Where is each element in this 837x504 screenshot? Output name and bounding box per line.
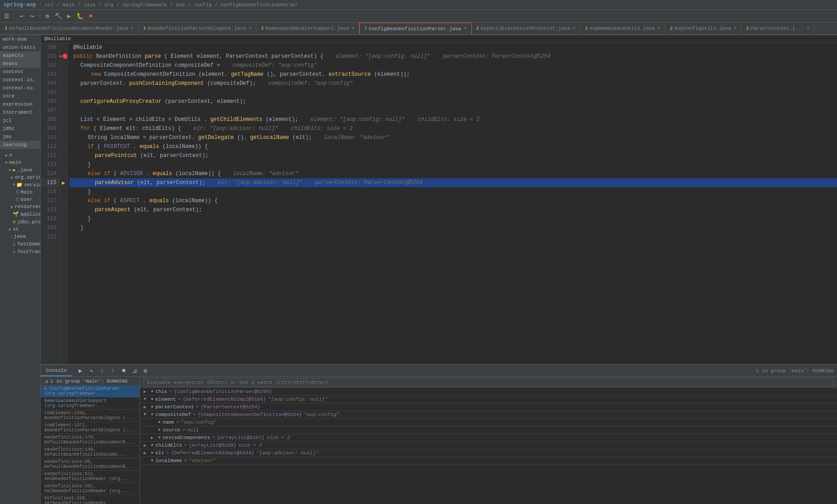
stack-item-5[interactable]: eanDefinitions:149, DefaultBeanDefinitio… [41,446,140,458]
tree-item-applicationContext[interactable]: 🌱 applicationConte... [4,210,40,218]
tab-ParserContext[interactable]: J ParserContext.j... × [741,23,814,34]
code-content[interactable]: @Nullable public BeanDefinition parse ( … [68,43,837,364]
tab-AopConfigUtils[interactable]: J AopConfigUtils.java × [665,23,741,34]
tab-close-icon[interactable]: × [807,26,809,31]
var-row-element[interactable]: ▼ ● element = {DeferredElementNSImpl@518… [140,396,837,403]
code-line-105 [70,88,837,97]
menu-button[interactable]: ☰ [2,11,12,21]
debug-button[interactable]: 🐛 [75,11,85,21]
tab-close-icon[interactable]: × [464,26,466,31]
step-over-button[interactable]: ↷ [87,366,96,375]
sidebar-item-jcl[interactable]: jcl [0,116,40,125]
var-row-parserContext[interactable]: ▶ ● parserContext = {ParserContext@5254} [140,403,837,411]
tree-item-java[interactable]: ▶ ▶ .java [4,166,40,174]
stack-item-7[interactable]: eanDefinitions:511, XmlBeanDefinitionRea… [41,471,140,483]
var-row-elt[interactable]: ▶ ● elt = {DeferredElementNSImpl@5434} "… [140,449,837,457]
tree-item-user-class[interactable]: C User [4,196,40,203]
sidebar-item-expression[interactable]: expression [0,100,40,108]
build-button[interactable]: 🔨 [53,11,63,21]
tree-item-testtransaction[interactable]: ☕ TestTransaction [4,248,40,255]
sidebar-item-beans[interactable]: beans [0,60,40,68]
java-icon: J [364,26,367,31]
tree-item-testdemo[interactable]: ☕ TestDemo [4,240,40,248]
tab-close-icon[interactable]: × [734,26,736,31]
tab-DefaultBeanDefinitionDocumentReader[interactable]: J DefaultBeanDefinitionDocumentReader.ja… [0,23,139,34]
line-num-103: 103 [41,70,59,79]
tab-NamespaceHandlerSupport[interactable]: J NamespaceHandlerSupport.java × [256,23,359,34]
stack-item-4[interactable]: eanDefinitions:179, DefaultBeanDefinitio… [41,434,140,446]
gutter-102 [60,61,67,70]
tree-item-main-class[interactable]: C Main [4,189,40,196]
var-row-localName[interactable]: ● localName = "advisor" [140,457,837,465]
tab-ConfigBeanDefinitionParser[interactable]: J ConfigBeanDefinitionParser.java × [359,23,472,34]
editor-gutter: ● 🔴 ─ ─ [60,43,68,364]
code-line-120: } [70,223,837,232]
gutter-105 [60,88,67,97]
stack-item-9[interactable]: Definitions:338, XmlBeanDefinitionReader… [41,495,140,504]
step-into-button[interactable]: ↓ [98,366,107,375]
tab-close-icon[interactable]: × [352,26,354,31]
stack-item-3[interactable]: tomElement:1371, BeanDefinitionParserDel… [41,422,140,434]
hint-bar: @Nullable [41,35,837,43]
resume-button[interactable]: ▶ [76,366,85,375]
stop-button[interactable]: ■ [86,11,96,21]
sidebar-item-context-indexer[interactable]: context-indexer [0,76,40,84]
sidebar-item-instrument[interactable]: instrument [0,108,40,116]
stack-item-8[interactable]: eanDefinitions:391, XmlBeanDefinitionRea… [41,483,140,495]
code-line-106: configureAutoProxyCreator (parserContext… [70,97,837,106]
var-row-compositeDef[interactable]: ▼ ● compositeDef = {CompositeComponentDe… [140,411,837,419]
tab-label: ConfigBeanDefinitionParser.java [369,26,461,32]
settings-debug-button[interactable]: ⚙ [141,366,150,375]
stop-debug-button[interactable]: ■ [119,366,128,375]
sidebar-item-work-bom[interactable]: work-bom [0,35,40,43]
tab-label: NamespaceHandlerSupport.java [265,26,349,31]
tree-item-service[interactable]: ▼ 📁 service [4,181,40,189]
console-tab[interactable]: Console [41,365,72,376]
var-row-this[interactable]: ▶ ● this = {ConfigBeanDefinitionParser@5… [140,388,837,396]
step-out-button[interactable]: ↑ [108,366,117,375]
tree-item-org-springframework[interactable]: ▶ org.springframe... [4,174,40,181]
tree-item-test[interactable]: ▶ st [4,226,40,233]
path-separator: › [39,2,42,8]
sidebar-item-jms[interactable]: jms [0,133,40,141]
undo-button[interactable]: ↩ [17,11,27,21]
tab-close-icon[interactable]: × [658,26,660,31]
sidebar-item-jdbc[interactable]: jdbc [0,125,40,133]
sidebar-item-learning[interactable]: learning [0,141,40,149]
line-num-100: 100 [41,43,59,52]
tab-BeanDefinitionParserDelegate[interactable]: J BeanDefinitionParserDelegate.java × [139,23,256,34]
var-row-nestedComponents[interactable]: ▶ ● nestedComponents = {ArrayList@5267} … [140,434,837,442]
tree-item-label: jdbc.properties [17,219,41,225]
tab-label: AspectJExpressionPointcut.java [481,26,570,31]
stack-item-0[interactable]: ● ConfigBeanDefinitionParser (org.spring… [41,385,140,398]
tree-item-n[interactable]: ▶ n [4,152,40,159]
tree-item-jdbc-properties[interactable]: ⚙ jdbc.properties [4,218,40,226]
sidebar-item-context[interactable]: context [0,68,40,76]
tree-item-label: Main [21,190,33,195]
var-row-source[interactable]: ● source = null [140,426,837,434]
expand-icon: ▶ [144,450,149,456]
tab-close-icon[interactable]: × [131,26,134,31]
tree-item-java-test[interactable]: .java [4,233,40,240]
settings-button[interactable]: ⚙ [42,11,52,21]
eval-input[interactable] [144,378,833,387]
filter-button[interactable]: ⊿ [130,366,139,375]
sidebar-item-context-support[interactable]: context-support [0,84,40,92]
tree-item-resources[interactable]: ▶ resources [4,203,40,210]
sidebar-item-aspects[interactable]: aspects [0,51,40,60]
tab-close-icon[interactable]: × [573,26,576,31]
tab-AopNamespaceUtils[interactable]: J AopNamespaceUtils.java × [581,23,665,34]
run-button[interactable]: ▶ [64,11,74,21]
sidebar-item-union-tests[interactable]: union-tests [0,43,40,51]
stack-item-2[interactable]: tomElement:1391, BeanDefinitionParserDel… [41,410,140,422]
var-row-name[interactable]: ● name = "aop:config" [140,419,837,426]
sidebar-item-core[interactable]: core [0,92,40,100]
tree-item-main[interactable]: ▶ main [4,159,40,166]
tab-close-icon[interactable]: × [249,26,251,31]
var-row-childElts[interactable]: ▶ ● childElts = {ArrayList@5339} size = … [140,442,837,449]
stack-item-6[interactable]: eanDefinitions:96, DefaultBeanDefinition… [41,458,140,471]
redo-button[interactable]: ↪ [28,11,37,21]
tab-AspectJExpressionPointcut[interactable]: J AspectJExpressionPointcut.java × [472,23,581,34]
stack-item-1[interactable]: NamespaceHandlerSupport (org.springframe… [41,398,140,410]
code-line-117: else if ( ASPECT . equals (localName)) { [70,196,837,205]
